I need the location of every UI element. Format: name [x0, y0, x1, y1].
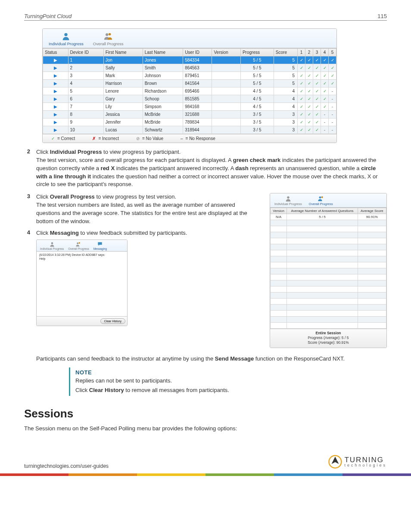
table-row[interactable]: ▶4HarrisonBrown8415645 / 55✓✓✓✓✓: [43, 80, 336, 87]
op-table: Version Average Number of Answered Quest…: [270, 208, 386, 329]
doc-title: TurningPoint Cloud: [24, 13, 72, 19]
table-row[interactable]: ▶9JenniferMcBride7898343 / 53✓✓✓--: [43, 118, 336, 126]
ip-col: 1: [298, 49, 305, 56]
novalue-icon: ⊘: [136, 136, 140, 141]
table-row: [271, 323, 386, 329]
table-row: [271, 317, 386, 323]
table-row: [271, 305, 386, 311]
msg-tab-messaging[interactable]: Messaging: [93, 241, 107, 250]
step-3-detail: The test version numbers are listed, as …: [36, 201, 259, 226]
table-row: [271, 292, 386, 299]
ip-col: Version: [212, 49, 240, 56]
expand-icon: ▶: [43, 64, 68, 72]
section-heading-sessions: Sessions: [24, 407, 387, 420]
table-row: [271, 280, 386, 286]
msg-tab-individual[interactable]: Individual Progress: [40, 241, 64, 250]
table-row: [271, 299, 386, 305]
op-footer: Entire Session Progress (Average): 5 / 5…: [270, 329, 386, 348]
table-row: [271, 244, 386, 250]
overall-progress-panel: Individual Progress Overall Progress Ver…: [270, 193, 387, 348]
expand-icon: ▶: [43, 111, 68, 118]
tab-overall-progress[interactable]: Overall Progress: [93, 31, 124, 46]
clear-history-button[interactable]: Clear History: [100, 318, 125, 324]
table-row: [271, 311, 386, 317]
table-row[interactable]: ▶1JonJones5843345 / 55✓✓✓✓✓: [43, 56, 336, 64]
ip-col: Progress: [240, 49, 274, 56]
expand-icon: ▶: [43, 118, 68, 126]
table-row[interactable]: ▶2SallySmith8645635 / 55✓✓✓✓✓: [43, 64, 336, 72]
msg-tab-overall[interactable]: Overall Progress: [68, 241, 89, 250]
table-row: [271, 262, 386, 268]
table-row[interactable]: ▶7LilySimpson9841684 / 54✓✓✓✓-: [43, 103, 336, 111]
svg-point-1: [106, 33, 108, 36]
step-2: 2 Click Individual Progress to view prog…: [24, 148, 387, 189]
people-icon: [318, 195, 324, 202]
expand-icon: ▶: [43, 95, 68, 103]
note-block: NOTE Replies can not be sent to particip…: [69, 367, 387, 396]
page-header: TurningPoint Cloud 115: [24, 13, 387, 21]
table-row: [271, 274, 386, 280]
svg-point-0: [65, 33, 68, 36]
ip-col: First Name: [103, 49, 143, 56]
expand-icon: ▶: [43, 87, 68, 95]
op-col-score: Average Score: [358, 208, 386, 214]
op-col-version: Version: [271, 208, 287, 214]
ip-legend: ✓= Correct ✗= Incorrect ⊘= No Value –= N…: [43, 134, 336, 143]
individual-progress-panel: Individual Progress Overall Progress Sta…: [42, 28, 337, 143]
step-3: 3 Click Overall Progress to view progres…: [24, 193, 259, 201]
expand-icon: ▶: [43, 80, 68, 87]
dash-icon: –: [181, 136, 183, 141]
page-number: 115: [377, 13, 387, 19]
page-footer: turningtechnologies.com/user-guides TURN…: [0, 454, 411, 473]
table-row: [271, 238, 386, 244]
table-row[interactable]: ▶6GarySchoop8515854 / 54✓✓✓✓-: [43, 95, 336, 103]
svg-point-3: [51, 243, 53, 245]
table-row: [271, 250, 386, 256]
ip-col: User ID: [183, 49, 212, 56]
table-row: [271, 226, 386, 232]
op-col-avgq: Average Number of Answered Questions: [287, 208, 358, 214]
table-row[interactable]: ▶3MarkJohnson8794515 / 55✓✓✓✓✓: [43, 72, 336, 80]
table-row: [271, 268, 386, 274]
svg-point-4: [77, 243, 79, 244]
person-icon: [285, 195, 292, 202]
table-row: N/A5 / 590.91%: [271, 214, 386, 220]
ip-tab-bar: Individual Progress Overall Progress: [43, 29, 336, 48]
ip-col: Status: [43, 49, 68, 56]
table-row[interactable]: ▶10LucasSchwartz3189443 / 53✓✓✓--: [43, 126, 336, 134]
table-row: [271, 286, 386, 292]
svg-point-5: [79, 243, 81, 244]
ip-col: 4: [321, 49, 329, 56]
table-row[interactable]: ▶5LenoreRichardson6954664 / 54✓✓✓✓-: [43, 87, 336, 95]
table-row: [271, 256, 386, 262]
after-messaging-para: Participants can send feedback to the in…: [36, 355, 387, 363]
ip-col: 2: [305, 49, 313, 56]
svg-point-2: [109, 33, 111, 36]
expand-icon: ▶: [43, 103, 68, 111]
svg-point-8: [321, 196, 323, 198]
people-icon: [103, 31, 113, 41]
svg-point-6: [287, 196, 289, 199]
tab-individual-progress[interactable]: Individual Progress: [49, 31, 84, 46]
expand-icon: ▶: [43, 72, 68, 80]
sessions-para: The Session menu on the Self-Paced Polli…: [24, 425, 387, 433]
person-icon: [61, 31, 71, 41]
person-icon: [49, 241, 55, 247]
table-row[interactable]: ▶8JessicaMcBride3216883 / 53✓✓✓--: [43, 111, 336, 118]
ip-col: 5: [329, 49, 336, 56]
turning-logo: TURNING technologies: [328, 454, 387, 469]
logo-icon: [328, 454, 342, 469]
ip-col: 3: [313, 49, 321, 56]
ip-col: Last Name: [143, 49, 183, 56]
ip-table: StatusDevice IDFirst NameLast NameUser I…: [43, 48, 336, 134]
footer-url: turningtechnologies.com/user-guides: [24, 463, 109, 469]
table-row: [271, 232, 386, 238]
ip-col: Device ID: [68, 49, 103, 56]
op-tab-overall[interactable]: Overall Progress: [309, 195, 333, 206]
x-icon: ✗: [92, 136, 96, 141]
op-tab-individual[interactable]: Individual Progress: [274, 195, 302, 206]
people-icon: [75, 241, 81, 247]
expand-icon: ▶: [43, 56, 68, 64]
expand-icon: ▶: [43, 126, 68, 134]
ip-col: Score: [274, 49, 297, 56]
